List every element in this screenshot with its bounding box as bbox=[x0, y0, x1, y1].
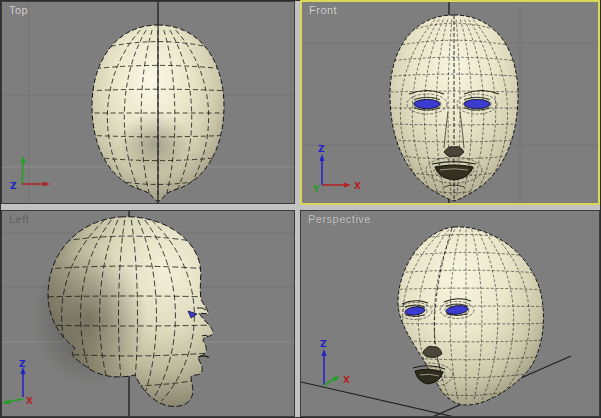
mouth-line-profile bbox=[198, 356, 209, 358]
axis-gizmo: Z X bbox=[320, 339, 350, 385]
viewport-perspective[interactable]: Z X Perspective bbox=[300, 210, 600, 417]
viewport-top-canvas: Z bbox=[2, 2, 294, 203]
viewport-top[interactable]: Z Top bbox=[1, 1, 295, 204]
axis-z-label: Z bbox=[10, 181, 17, 191]
axis-gizmo: Z bbox=[10, 156, 50, 191]
eye-right bbox=[464, 99, 490, 108]
viewport-perspective-canvas: Z X bbox=[301, 211, 599, 416]
axis-y-label: Y bbox=[312, 184, 320, 194]
head-model[interactable] bbox=[382, 227, 549, 405]
viewport-left[interactable]: Z X Left bbox=[1, 210, 295, 417]
axis-x-label: X bbox=[354, 181, 361, 191]
axis-y-arrow bbox=[22, 160, 23, 184]
surface-shading bbox=[119, 112, 191, 176]
viewport-front[interactable]: Z X Y Front bbox=[300, 0, 600, 205]
axis-gizmo: Z X Y bbox=[312, 144, 361, 194]
head-model[interactable] bbox=[87, 25, 230, 201]
ground-grid-line-1 bbox=[301, 382, 459, 416]
nose bbox=[444, 147, 464, 157]
viewport-top-label[interactable]: Top bbox=[9, 4, 28, 16]
axis-z-label: Z bbox=[318, 144, 325, 154]
head-model[interactable] bbox=[385, 15, 524, 201]
viewport-left-canvas: Z X bbox=[2, 211, 294, 416]
surface-shading bbox=[32, 251, 148, 387]
viewport-front-label[interactable]: Front bbox=[309, 4, 337, 16]
axis-x-label: X bbox=[26, 396, 33, 406]
viewport-left-label[interactable]: Left bbox=[9, 213, 29, 225]
axis-x-label: X bbox=[343, 375, 350, 385]
axis-z-label: Z bbox=[320, 339, 327, 349]
head-model[interactable] bbox=[32, 217, 217, 407]
viewport-front-canvas: Z X Y bbox=[302, 2, 598, 203]
quad-viewport-panel: Z Top bbox=[0, 0, 601, 418]
axis-gizmo: Z X bbox=[2, 359, 33, 406]
eye-left bbox=[414, 99, 440, 108]
axis-z-label: Z bbox=[19, 359, 26, 369]
viewport-perspective-label[interactable]: Perspective bbox=[308, 213, 371, 225]
nose bbox=[423, 346, 442, 357]
